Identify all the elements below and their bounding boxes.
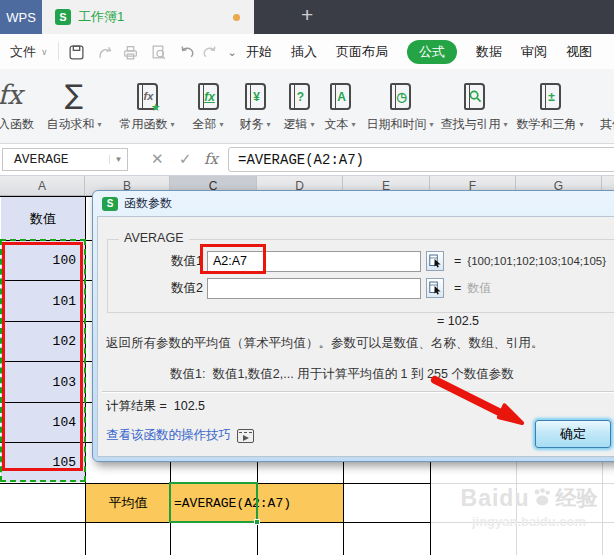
- dropdown-caret-icon: ▾: [266, 120, 270, 129]
- logical-functions-button[interactable]: ? 逻辑▾: [276, 76, 322, 133]
- dropdown-caret-icon: ▾: [351, 120, 355, 129]
- book-magnifier-icon: [464, 83, 485, 110]
- common-functions-button[interactable]: fx★ 常用函数▾: [110, 76, 184, 133]
- print-preview-button[interactable]: [148, 42, 168, 62]
- titlebar: WPS S 工作簿1 +: [0, 0, 614, 34]
- autosum-button[interactable]: ∑ 自动求和▾: [36, 76, 112, 133]
- dropdown-caret-icon: ▾: [310, 120, 314, 129]
- spreadsheet-file-icon: S: [55, 9, 71, 25]
- tab-page-layout[interactable]: 页面布局: [336, 40, 388, 64]
- ribbon-tabs: 开始 插入 页面布局 公式 数据 审阅 视图: [246, 40, 592, 64]
- paw-icon: [531, 488, 553, 508]
- undo-button[interactable]: [176, 42, 196, 62]
- equals-sign: =: [454, 281, 461, 295]
- book-a-icon: A: [330, 83, 351, 110]
- chevron-down-icon: ⌄: [227, 46, 236, 59]
- name-box[interactable]: AVERAGE ▼: [2, 148, 128, 171]
- formula-text: =AVERAGE(A2:A7): [238, 152, 364, 168]
- video-tutorial-icon[interactable]: [237, 429, 254, 443]
- watermark-url: jingyan.baidu.com: [444, 514, 614, 529]
- sigma-icon: ∑: [65, 80, 83, 110]
- function-tips-link[interactable]: 查看该函数的操作技巧: [106, 427, 231, 444]
- formula-bar: AVERAGE ▼ ✕ ✓ fx =AVERAGE(A2:A7): [0, 144, 614, 176]
- dropdown-caret-icon: ▾: [219, 120, 223, 129]
- calc-result-label: 计算结果 =: [106, 399, 167, 413]
- book-clock-icon: ◷: [390, 83, 411, 110]
- book-plusminus-icon: ±: [540, 83, 561, 110]
- book-fx-star-icon: fx★: [137, 83, 158, 110]
- tab-data[interactable]: 数据: [476, 40, 502, 64]
- datetime-functions-button[interactable]: ◷ 日期和时间▾: [362, 76, 438, 133]
- formula-input[interactable]: =AVERAGE(A2:A7): [228, 147, 614, 172]
- range-picker-icon: [429, 281, 442, 295]
- dialog-separator: [102, 391, 614, 393]
- math-trig-button[interactable]: ± 数学和三角▾: [510, 76, 590, 133]
- undo-icon: [178, 44, 195, 61]
- argument-row-1: 数值1 A2:A7 = {100;101;102;103;104;105}: [108, 250, 614, 272]
- function-groupbox: AVERAGE 数值1 A2:A7 = {100;101;102;1: [107, 239, 614, 313]
- overall-result: = 102.5: [437, 314, 479, 328]
- red-highlight-range-a2-a7: [2, 242, 83, 471]
- cancel-entry-button[interactable]: ✕: [151, 150, 164, 168]
- cell-a1[interactable]: 数值: [1, 197, 85, 240]
- dialog-titlebar[interactable]: S 函数参数: [93, 191, 614, 216]
- watermark: Baidu 经验 jingyan.baidu.com: [444, 484, 614, 529]
- function-arguments-dialog: S 函数参数 AVERAGE 数值1 A2:A7: [92, 190, 614, 462]
- new-tab-button[interactable]: +: [301, 3, 313, 27]
- financial-functions-button[interactable]: ¥ 财务▾: [232, 76, 278, 133]
- red-highlight-arg1-input: [200, 244, 266, 274]
- export-icon: [96, 44, 113, 61]
- dropdown-caret-icon: ▾: [429, 120, 433, 129]
- toolbar-separator: [58, 42, 59, 60]
- print-preview-icon: [150, 44, 167, 61]
- arg2-result-placeholder: 数值: [467, 280, 491, 297]
- name-box-value: AVERAGE: [3, 152, 109, 167]
- ok-button[interactable]: 确定: [535, 420, 611, 448]
- wps-menu-button[interactable]: WPS: [0, 0, 42, 34]
- document-tab[interactable]: S 工作簿1: [42, 0, 254, 34]
- function-description: 返回所有参数的平均值（算术平均值）。参数可以是数值、名称、数组、引用。: [106, 335, 614, 352]
- text-functions-button[interactable]: A 文本▾: [318, 76, 362, 133]
- wps-logo: WPS: [6, 10, 36, 25]
- dropdown-caret-icon: ▾: [579, 120, 583, 129]
- tab-review[interactable]: 审阅: [521, 40, 547, 64]
- watermark-brand: Baidu: [461, 485, 530, 512]
- calc-result-value: 102.5: [174, 399, 205, 413]
- export-button[interactable]: [94, 42, 114, 62]
- calc-result-row: 计算结果 = 102.5: [106, 398, 205, 415]
- tips-link-row: 查看该函数的操作技巧: [106, 427, 254, 444]
- argument-row-2: 数值2 = 数值: [108, 277, 614, 299]
- cell-b8-avg-label[interactable]: 平均值: [86, 484, 170, 522]
- column-header-a[interactable]: A: [0, 176, 85, 195]
- document-tab-label: 工作簿1: [78, 8, 124, 26]
- insert-function-fx-button[interactable]: fx: [204, 150, 218, 168]
- tab-view[interactable]: 视图: [566, 40, 592, 64]
- tab-home[interactable]: 开始: [246, 40, 272, 64]
- range-picker-button[interactable]: [426, 278, 444, 298]
- tab-formulas[interactable]: 公式: [407, 40, 457, 64]
- book-yen-icon: ¥: [245, 83, 266, 110]
- other-functions-button[interactable]: 其他函数: [594, 76, 614, 133]
- range-picker-button[interactable]: [426, 251, 444, 271]
- customize-toolbar-button[interactable]: ⌄: [222, 42, 242, 62]
- function-name-label: AVERAGE: [119, 231, 189, 245]
- all-functions-button[interactable]: fx 全部▾: [184, 76, 232, 133]
- confirm-entry-button[interactable]: ✓: [179, 150, 192, 168]
- book-question-icon: ?: [289, 83, 310, 110]
- active-cell-border: [169, 482, 258, 523]
- fill-handle[interactable]: [254, 519, 260, 525]
- tab-insert[interactable]: 插入: [291, 40, 317, 64]
- lookup-reference-button[interactable]: 查找与引用▾: [436, 76, 512, 133]
- wps-spreadsheet-window: WPS S 工作簿1 + 文件 ∨: [0, 0, 614, 555]
- file-menu[interactable]: 文件 ∨: [10, 43, 48, 61]
- dropdown-caret-icon: ▾: [170, 120, 174, 129]
- save-icon: [68, 44, 85, 61]
- print-button[interactable]: [120, 42, 140, 62]
- redo-icon: [202, 44, 219, 61]
- dropdown-caret-icon[interactable]: ▼: [109, 155, 127, 164]
- print-icon: [122, 44, 139, 61]
- save-button[interactable]: [66, 42, 86, 62]
- arg2-input[interactable]: [207, 278, 421, 299]
- redo-button[interactable]: [200, 42, 220, 62]
- unsaved-indicator-dot: [233, 14, 240, 21]
